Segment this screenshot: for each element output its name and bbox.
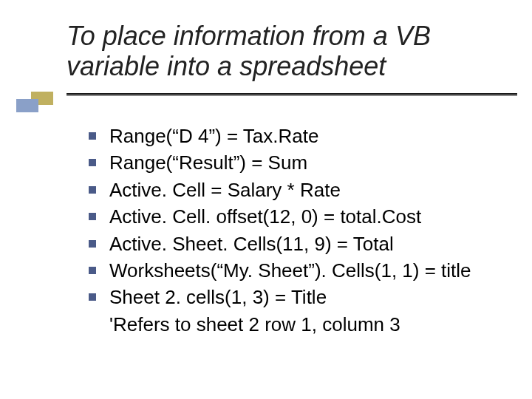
bullet-text: Worksheets(“My. Sheet”). Cells(1, 1) = t… (109, 259, 471, 282)
bullet-text: Range(“D 4”) = Tax.Rate (109, 125, 318, 147)
square-bullet-icon (89, 293, 96, 301)
bullet-text: Active. Cell. offset(12, 0) = total.Cost (109, 205, 421, 228)
title-underline (66, 93, 517, 95)
decor-box-gold (31, 92, 53, 105)
list-item: Active. Cell = Salary * Rate (89, 177, 510, 203)
title-underline-shadow (66, 95, 517, 96)
corner-decoration (7, 89, 65, 114)
list-item: Sheet 2. cells(1, 3) = Title (89, 284, 510, 310)
body-block: Range(“D 4”) = Tax.Rate Range(“Result”) … (89, 123, 510, 338)
slide-title: To place information from a VB variable … (66, 21, 502, 82)
decor-box-blue (16, 99, 38, 112)
square-bullet-icon (89, 159, 96, 166)
square-bullet-icon (89, 132, 96, 140)
bullet-text: Sheet 2. cells(1, 3) = Title (109, 286, 327, 308)
title-block: To place information from a VB variable … (66, 21, 502, 82)
square-bullet-icon (89, 267, 96, 274)
list-item: Active. Cell. offset(12, 0) = total.Cost (89, 203, 510, 230)
square-bullet-icon (89, 240, 96, 248)
bullet-text: Active. Cell = Salary * Rate (109, 179, 341, 201)
bullet-text: Range(“Result”) = Sum (109, 151, 307, 174)
continuation-line: 'Refers to sheet 2 row 1, column 3 (89, 311, 510, 338)
square-bullet-icon (89, 213, 96, 220)
list-item: Range(“Result”) = Sum (89, 149, 510, 176)
square-bullet-icon (89, 186, 96, 194)
list-item: Worksheets(“My. Sheet”). Cells(1, 1) = t… (89, 257, 510, 284)
list-item: Range(“D 4”) = Tax.Rate (89, 123, 510, 149)
slide: To place information from a VB variable … (0, 0, 532, 399)
list-item: Active. Sheet. Cells(11, 9) = Total (89, 231, 510, 257)
bullet-list: Range(“D 4”) = Tax.Rate Range(“Result”) … (89, 123, 510, 311)
bullet-text: Active. Sheet. Cells(11, 9) = Total (109, 233, 394, 255)
